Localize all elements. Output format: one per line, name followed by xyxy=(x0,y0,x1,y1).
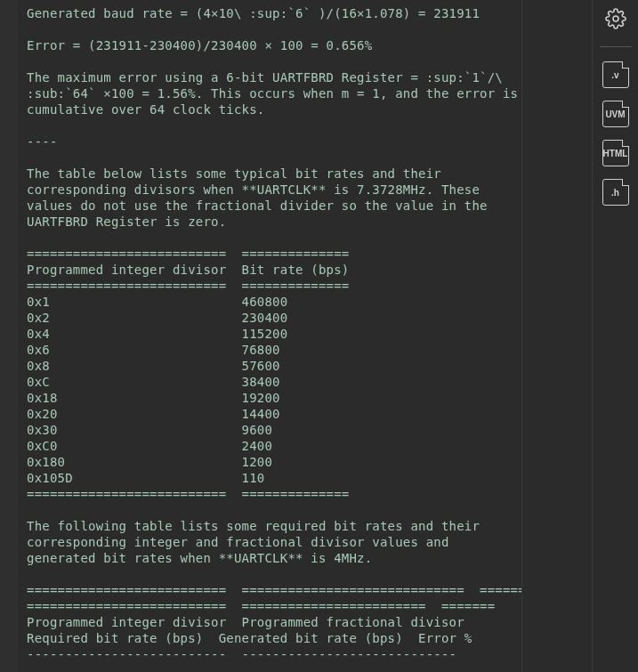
file-type-label: .v xyxy=(611,70,618,80)
file-type-label: HTML xyxy=(603,149,628,158)
baud-rate-line: Generated baud rate = (4×10\ :sup:`6` )/… xyxy=(27,5,521,21)
table1-intro: The table below lists some typical bit r… xyxy=(27,166,521,230)
blank-line xyxy=(27,53,521,69)
table1-rows: 0x1 460800 0x2 230400 0x4 115200 0x6 768… xyxy=(27,294,521,486)
blank-line xyxy=(27,230,521,246)
blank-line xyxy=(27,502,521,518)
table1-rule-bot: ========================== =============… xyxy=(27,486,521,502)
file-type-html[interactable]: HTML xyxy=(602,140,629,166)
document-content: Generated baud rate = (4×10\ :sup:`6` )/… xyxy=(27,0,522,672)
file-fold-icon xyxy=(622,140,629,147)
blank-line xyxy=(27,21,521,37)
sidebar-separator xyxy=(600,46,632,47)
table1-rule-top: ========================== =============… xyxy=(27,246,521,262)
table1-header: Programmed integer divisor Bit rate (bps… xyxy=(27,262,521,278)
blank-line xyxy=(27,566,521,582)
file-fold-icon xyxy=(622,179,629,186)
settings-button[interactable] xyxy=(602,5,629,32)
editor-gutter xyxy=(0,0,18,672)
table2-dash: -------------------------- -------------… xyxy=(27,646,521,662)
file-type-uvm[interactable]: UVM xyxy=(602,101,629,127)
gear-icon xyxy=(605,8,626,29)
blank-line xyxy=(27,150,521,166)
right-sidebar: .v UVM HTML .h xyxy=(592,0,638,672)
file-type-v[interactable]: .v xyxy=(602,61,629,88)
table2-rule2: ========================== =============… xyxy=(27,598,521,614)
blank-line xyxy=(27,117,521,134)
file-fold-icon xyxy=(622,101,629,108)
svg-point-0 xyxy=(613,16,618,21)
table1-rule-mid: ========================== =============… xyxy=(27,278,521,294)
file-type-label: UVM xyxy=(605,109,625,119)
max-error-paragraph: The maximum error using a 6-bit UARTFBRD… xyxy=(27,69,521,117)
table2-head1: Programmed integer divisor Programmed fr… xyxy=(27,614,521,630)
error-line: Error = (231911-230400)/230400 × 100 = 0… xyxy=(27,37,521,53)
hr: ---- xyxy=(27,134,521,150)
file-type-label: .h xyxy=(611,188,619,198)
table2-rule1: ========================== =============… xyxy=(27,582,521,598)
table2-intro: The following table lists some required … xyxy=(27,518,521,566)
table2-head2: Required bit rate (bps) Generated bit ra… xyxy=(27,630,521,646)
file-type-h[interactable]: .h xyxy=(602,179,629,206)
file-fold-icon xyxy=(622,61,629,69)
